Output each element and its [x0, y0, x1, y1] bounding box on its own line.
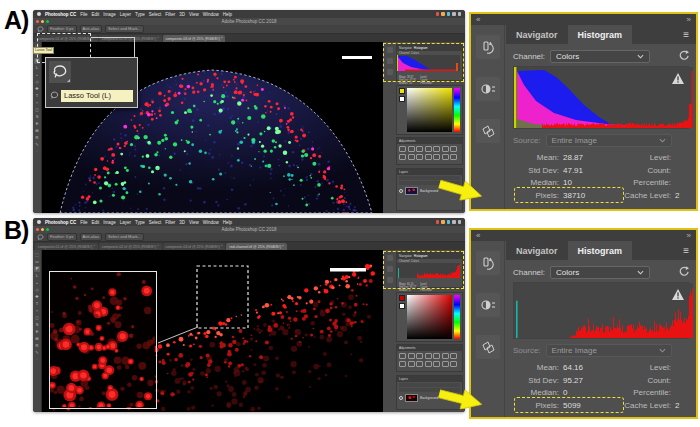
tab-navigator[interactable]: Navigator [506, 241, 568, 260]
tool-button[interactable]: ⊞ [34, 128, 40, 134]
cached-data-warning-icon[interactable] [672, 70, 684, 88]
menu-item-select[interactable]: Select [149, 12, 162, 17]
apple-menu-icon[interactable] [37, 12, 41, 16]
tool-button[interactable]: ◇ [34, 287, 40, 293]
menu-item-3d[interactable]: 3D [179, 220, 185, 225]
panel-menu-icon[interactable]: ≡ [676, 25, 696, 44]
color-picker-panel[interactable] [396, 85, 463, 135]
adjustment-icon[interactable] [416, 146, 423, 152]
tool-button[interactable]: ▭ [34, 259, 40, 265]
document-tab[interactable]: composite-02.tif @ 25% (RGB/8#) * [99, 243, 162, 250]
tool-button[interactable]: R [34, 343, 40, 349]
tool-button[interactable]: L [34, 65, 40, 71]
tool-button[interactable]: ⬚ [34, 252, 40, 258]
tool-button[interactable]: ✎ [34, 350, 40, 356]
tool-button[interactable]: + [34, 280, 40, 286]
source-select[interactable]: Entire Image [546, 134, 672, 147]
adjustment-icon[interactable] [399, 154, 406, 160]
tool-button[interactable]: ◇ [34, 79, 40, 85]
tool-button[interactable]: + [34, 72, 40, 78]
tool-button[interactable]: ○ [34, 308, 40, 314]
tool-button[interactable]: L [34, 273, 40, 279]
adjustments-panel-icon[interactable] [476, 77, 500, 101]
layer-visibility-icon[interactable] [399, 189, 403, 193]
menubar-status-icons[interactable] [436, 12, 462, 16]
adjustment-icon[interactable] [450, 361, 457, 367]
menu-item-3d[interactable]: 3D [179, 12, 185, 17]
saturation-square[interactable] [407, 295, 452, 339]
menu-item-window[interactable]: Window [203, 12, 219, 17]
adjustment-icon[interactable] [450, 154, 457, 160]
background-swatch[interactable] [399, 303, 405, 309]
adjustment-icon[interactable] [408, 353, 415, 359]
menu-item-filter[interactable]: Filter [165, 12, 175, 17]
hue-strip[interactable] [454, 295, 460, 339]
panel-menu-icon[interactable]: ≡ [676, 241, 696, 260]
adjustment-icon[interactable] [416, 154, 423, 160]
menu-item-select[interactable]: Select [149, 220, 162, 225]
option-control[interactable]: Feather: 0 px [47, 25, 77, 33]
adjustment-icon[interactable] [442, 353, 449, 359]
adjustments-panel-icon[interactable] [476, 293, 500, 317]
adjustment-icon[interactable] [433, 353, 440, 359]
saturation-square[interactable] [407, 88, 452, 132]
option-control[interactable]: Select and Mask... [105, 25, 144, 33]
option-control[interactable]: Anti-alias [80, 25, 102, 33]
tool-button[interactable]: R [34, 135, 40, 141]
menu-item-image[interactable]: Image [103, 12, 116, 17]
menu-item-edit[interactable]: Edit [92, 220, 100, 225]
adjustment-icon[interactable] [442, 154, 449, 160]
adjustment-icon[interactable] [433, 154, 440, 160]
lasso-menu-item[interactable]: Lasso Tool (L) [50, 89, 133, 102]
adjustment-icon[interactable] [442, 361, 449, 367]
foreground-swatch[interactable] [399, 295, 405, 301]
document-tab[interactable]: composite-03.tif @ 25% (RGB/8#) * [163, 243, 226, 250]
channel-select[interactable]: Colors [550, 266, 650, 279]
tool-button[interactable]: ✚ [34, 294, 40, 300]
menu-item-help[interactable]: Help [223, 220, 232, 225]
option-control[interactable]: Feather: 0 px [47, 233, 77, 241]
collapse-dock-icon[interactable]: « [476, 14, 480, 25]
tool-button[interactable]: ◻ [34, 315, 40, 321]
document-tab[interactable]: composite-01.tif @ 25% (RGB/8#) * [35, 243, 98, 250]
tool-button[interactable]: ⊞ [34, 336, 40, 342]
tool-button[interactable]: S [34, 322, 40, 328]
tool-button[interactable]: S [34, 114, 40, 120]
refresh-histogram-icon[interactable] [678, 263, 689, 281]
adjustment-icon[interactable] [425, 361, 432, 367]
tab-histogram[interactable]: Histogram [568, 241, 633, 260]
adjustment-icon[interactable] [425, 353, 432, 359]
tool-button[interactable]: E [34, 329, 40, 335]
tool-button[interactable]: E [34, 121, 40, 127]
adjustment-icon[interactable] [399, 361, 406, 367]
source-select[interactable]: Entire Image [546, 344, 672, 357]
channel-select[interactable]: Colors [550, 50, 650, 63]
adjustment-icon[interactable] [408, 154, 415, 160]
apple-menu-icon[interactable] [37, 220, 41, 224]
menu-item-photoshop-cc[interactable]: Photoshop CC [45, 12, 76, 17]
color-picker-panel[interactable] [396, 292, 463, 342]
document-tab[interactable]: composite-03.tif @ 25% (RGB/8#) * [163, 35, 226, 42]
measurement-panel-icon[interactable] [476, 119, 500, 143]
adjustment-icon[interactable] [433, 146, 440, 152]
menu-item-view[interactable]: View [189, 220, 199, 225]
menu-item-filter[interactable]: Filter [165, 220, 175, 225]
menu-item-layer[interactable]: Layer [120, 220, 131, 225]
tool-button[interactable]: · [34, 149, 40, 155]
adjustment-icon[interactable] [450, 353, 457, 359]
tab-histogram[interactable]: Histogram [568, 25, 633, 44]
tool-button[interactable]: P [34, 266, 40, 272]
menu-item-file[interactable]: File [80, 12, 87, 17]
tool-button[interactable]: T [34, 301, 40, 307]
menu-item-view[interactable]: View [189, 12, 199, 17]
adjustment-icon[interactable] [450, 146, 457, 152]
adjustment-icon[interactable] [425, 154, 432, 160]
adjustment-icon[interactable] [433, 361, 440, 367]
refresh-histogram-icon[interactable] [678, 47, 689, 65]
tab-navigator[interactable]: Navigator [506, 25, 568, 44]
adjustment-icon[interactable] [416, 361, 423, 367]
menu-item-image[interactable]: Image [103, 220, 116, 225]
menu-item-edit[interactable]: Edit [92, 12, 100, 17]
tool-button[interactable]: ○ [34, 100, 40, 106]
menu-item-window[interactable]: Window [203, 220, 219, 225]
